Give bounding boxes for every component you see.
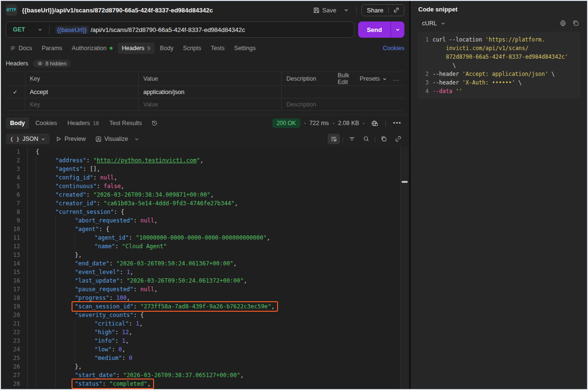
- line-number: 2: [1, 156, 20, 165]
- line-number: 2: [421, 70, 429, 78]
- presets-dropdown[interactable]: Presets: [360, 75, 386, 82]
- url-row: GET {{baseUrl}} /api/v1/scans/872d8790-6…: [1, 19, 409, 40]
- header-value[interactable]: application/json: [138, 86, 281, 98]
- tab-docs[interactable]: Docs: [6, 42, 36, 54]
- format-select[interactable]: { } JSON: [6, 134, 50, 144]
- tab-authorization[interactable]: Authorization: [68, 42, 117, 54]
- preview-label: Preview: [64, 136, 85, 142]
- line-number: 13: [1, 251, 20, 259]
- line-number: 22: [1, 328, 20, 337]
- json-line: 17"pause_requested": null,: [1, 285, 400, 294]
- response-size: 2.08 KB: [338, 120, 359, 126]
- response-meta: 200 OK 722 ms 2.08 KB | •••: [272, 118, 404, 129]
- json-line: 5"continuous": false,: [1, 182, 400, 190]
- tab-params[interactable]: Params: [37, 42, 66, 54]
- header-placeholder-row: Key Value Description: [6, 98, 404, 111]
- hidden-headers-toggle[interactable]: 8 hidden: [33, 60, 71, 67]
- json-code[interactable]: 1{2"address": "http://python.testinvicti…: [1, 147, 400, 389]
- headers-table-header-row: Key Value Description Bulk Edit Presets …: [6, 72, 404, 86]
- visualize-dropdown-chevron[interactable]: [134, 135, 142, 143]
- snippet-language-select[interactable]: cURL: [422, 20, 445, 27]
- json-line: 10"agent": {: [1, 225, 400, 233]
- tab-label: Cookies: [35, 120, 57, 126]
- save-dropdown-chevron[interactable]: [341, 6, 351, 14]
- snippet-line: invicti.com/api/v1/scans/: [421, 44, 577, 53]
- json-line: 12"name": "Cloud Agent": [1, 242, 400, 251]
- wrap-text-button[interactable]: [328, 134, 340, 144]
- send-dropdown-chevron[interactable]: [391, 21, 404, 38]
- scrollbar-handle[interactable]: [402, 181, 408, 183]
- response-tab-cookies[interactable]: Cookies: [31, 117, 61, 129]
- response-tab-test-results[interactable]: Test Results: [105, 117, 146, 129]
- http-method-icon: HTTP: [6, 4, 17, 16]
- line-number: 1: [421, 35, 429, 44]
- share-link-icon[interactable]: [388, 7, 404, 13]
- tab-tests[interactable]: Tests: [206, 42, 229, 54]
- line-number: 3: [421, 78, 429, 87]
- response-more-options[interactable]: •••: [390, 118, 404, 128]
- json-url-link[interactable]: http://python.testinvicti.com: [97, 156, 197, 165]
- preview-button[interactable]: Preview: [52, 134, 89, 144]
- description-input[interactable]: Description: [281, 98, 333, 111]
- bulk-edit-button[interactable]: Bulk Edit: [338, 72, 353, 85]
- snippet-settings-icon[interactable]: [559, 20, 567, 27]
- row-checkbox[interactable]: ✓: [13, 89, 18, 95]
- response-scrollbar[interactable]: [400, 147, 409, 389]
- visualize-button[interactable]: Visualize: [92, 134, 132, 144]
- search-button[interactable]: [360, 134, 372, 144]
- response-body-viewer: 1{2"address": "http://python.testinvicti…: [1, 147, 409, 389]
- network-info-icon[interactable]: [368, 118, 381, 129]
- snippet-copy-icon[interactable]: [572, 20, 579, 27]
- tab-headers[interactable]: Headers9: [118, 42, 155, 54]
- cookies-link[interactable]: Cookies: [383, 45, 404, 52]
- divider: [356, 6, 357, 14]
- line-number: 7: [1, 199, 20, 208]
- annotation-highlight-box: "status": "completed",: [72, 379, 154, 389]
- method-select[interactable]: GET: [6, 26, 49, 33]
- base-url-variable[interactable]: {{baseUrl}}: [55, 26, 89, 34]
- filter-button[interactable]: [346, 134, 358, 144]
- save-button[interactable]: Save: [310, 5, 340, 16]
- request-tabs-list: DocsParamsAuthorizationHeaders9BodyScrip…: [6, 42, 260, 54]
- value-input[interactable]: Value: [138, 98, 281, 111]
- more-options-button[interactable]: ...: [393, 75, 400, 82]
- row-checkbox-cell[interactable]: [6, 98, 25, 111]
- line-number: 4: [421, 87, 429, 95]
- tab-body[interactable]: Body: [155, 42, 178, 54]
- app-window: HTTP {{baseUrl}}/api/v1/scans/872d8790-6…: [0, 0, 588, 390]
- share-label: Share: [362, 7, 388, 14]
- header-description[interactable]: [281, 86, 333, 98]
- send-button[interactable]: Send: [358, 21, 404, 38]
- snippet-code[interactable]: 1curl --location 'https://platform.invic…: [417, 32, 580, 99]
- tab-label: Headers: [67, 120, 90, 126]
- response-link-button[interactable]: [392, 134, 404, 144]
- code-snippet-panel: Code snippet cURL 1curl --location 'http…: [411, 1, 587, 389]
- request-url-input: GET {{baseUrl}} /api/v1/scans/872d8790-6…: [6, 21, 354, 38]
- line-number: 21: [1, 319, 20, 328]
- column-key: Key: [25, 72, 138, 86]
- url-field[interactable]: {{baseUrl}} /api/v1/scans/872d8790-66a5-…: [50, 26, 251, 34]
- response-history-icon[interactable]: [148, 118, 161, 128]
- chevron-down-icon: [441, 21, 445, 26]
- tab-settings[interactable]: Settings: [230, 42, 260, 54]
- line-number: [421, 61, 429, 70]
- line-number: 6: [1, 190, 20, 199]
- key-input[interactable]: Key: [25, 98, 138, 111]
- copy-response-button[interactable]: [378, 134, 390, 144]
- response-tab-headers[interactable]: Headers18: [63, 117, 103, 129]
- json-line: 23"info": 1,: [1, 337, 400, 345]
- line-number: 19: [1, 302, 20, 311]
- line-number: 26: [1, 362, 20, 371]
- line-number: 15: [1, 268, 20, 276]
- tab-count-badge: 18: [93, 120, 99, 126]
- snippet-line: 3--header 'X-Auth: ••••••' \: [421, 78, 577, 87]
- json-line: 16"last_update": "2026-03-26T09:50:24.06…: [1, 276, 400, 285]
- tab-scripts[interactable]: Scripts: [179, 42, 206, 54]
- select-all-cell[interactable]: [6, 72, 25, 86]
- tab-label: Body: [10, 120, 25, 126]
- header-key[interactable]: Accept: [25, 86, 138, 98]
- line-number: 4: [1, 173, 20, 182]
- response-tab-body[interactable]: Body: [6, 117, 29, 129]
- line-number: 14: [1, 259, 20, 268]
- share-button[interactable]: Share: [361, 4, 404, 16]
